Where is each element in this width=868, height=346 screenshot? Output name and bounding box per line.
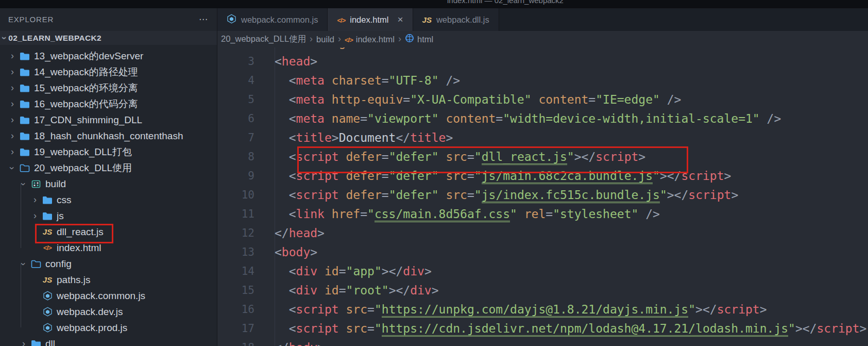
code-line-7[interactable]: 7 <title>Document</title> [217,128,868,147]
tree-item-paths.js[interactable]: JSpaths.js [0,272,217,288]
code-line-10[interactable]: 10 <script defer="defer" src="js/index.f… [217,186,868,205]
tab-label: webpack.common.js [241,15,318,25]
tree-item-16_webpack的代码分离[interactable]: ›16_webpack的代码分离 [0,96,217,112]
code-line-11[interactable]: 11 <link href="css/main.8d56af.css" rel=… [217,205,868,224]
tree-item-label: webpack.common.js [57,290,145,302]
breadcrumb-label: index.html [356,35,395,44]
code-line-18[interactable]: 18</body> [217,338,868,346]
tab-webpack.common.js[interactable]: webpack.common.js [217,8,328,31]
line-number: 12 [217,224,254,243]
tree-item-label: 13_webpack的devServer [34,50,143,63]
code-line-text: <meta name="viewport" content="width=dev… [254,109,781,128]
editor-area: webpack.common.js</>index.html×JSwebpack… [217,8,868,346]
tree-item-index.html[interactable]: </>index.html [0,240,217,256]
folder-icon [18,132,31,140]
folder-icon [18,148,31,156]
code-line-8[interactable]: 8 <script defer="defer" src="dll_react.j… [217,147,868,167]
window-title: index.html — 02_learn_webpack2 [447,0,564,5]
folder-open-icon [29,260,43,268]
js-icon: JS [41,275,54,284]
code-line-13[interactable]: 13<body> [217,243,868,262]
breadcrumb-item-build[interactable]: build [316,35,334,44]
code-line-2[interactable]: 2<html lang="en"> [217,47,868,52]
code-line-4[interactable]: 4 <meta charset="UTF-8" /> [217,71,868,90]
code-line-16[interactable]: 16 <script src="https://unpkg.com/dayjs@… [217,300,868,319]
chevron-right-icon: › [11,147,14,156]
folder-icon [18,100,31,108]
explorer-sidebar: EXPLORER ⋯ › 02_LEARN_WEBPACK2 ›13_webpa… [0,8,217,346]
code-line-15[interactable]: 15 <div id="root"></div> [217,281,868,300]
tree-item-label: webpack.prod.js [57,322,127,334]
code-line-5[interactable]: 5 <meta http-equiv="X-UA-Compatible" con… [217,90,868,109]
code-editor[interactable]: 2<html lang="en">3<head>4 <meta charset=… [217,47,868,346]
code-line-text: <body> [254,243,317,262]
tree-item-label: dll_react.js [57,226,104,238]
tree-item-18_hash_chunkhash_contenthash[interactable]: ›18_hash_chunkhash_contenthash [0,128,217,144]
line-number: 3 [217,52,254,71]
chevron-right-icon: › [22,339,25,346]
js-icon: JS [41,227,54,236]
tree-item-label: 18_hash_chunkhash_contenthash [34,130,183,142]
breadcrumb-item-index.html[interactable]: </>index.html [345,35,395,44]
code-line-text: <div id="root"></div> [254,281,439,300]
code-line-text: </head> [254,224,325,243]
breadcrumb-label: html [417,35,433,44]
code-line-9[interactable]: 9 <script defer="defer" src="js/main.68c… [217,167,868,186]
code-line-text: <html lang="en"> [254,47,389,52]
code-line-text: <meta charset="UTF-8" /> [254,71,460,90]
tree-item-15_webpack的环境分离[interactable]: ›15_webpack的环境分离 [0,80,217,96]
code-line-14[interactable]: 14 <div id="app"></div> [217,262,868,281]
line-number: 2 [217,47,254,52]
code-line-text: <head> [254,52,317,71]
html-icon: </> [337,15,345,25]
tree-item-css[interactable]: ›css [0,192,217,208]
code-line-12[interactable]: 12</head> [217,224,868,243]
code-line-3[interactable]: 3<head> [217,52,868,71]
code-line-text: <meta http-equiv="X-UA-Compatible" conte… [254,90,681,109]
webpack-icon [41,323,54,333]
line-number: 15 [217,281,254,300]
chevron-right-icon: › [33,195,37,204]
tree-item-14_webpack的路径处理[interactable]: ›14_webpack的路径处理 [0,64,217,80]
breadcrumb: 20_webpack_DLL使用›build›</>index.html›htm… [217,31,868,47]
breadcrumb-item-20_webpack_DLL使用[interactable]: 20_webpack_DLL使用 [221,34,306,45]
tree-item-dll_react.js[interactable]: JSdll_react.js [0,224,217,240]
tree-item-js[interactable]: ›js [0,208,217,224]
file-tree: ›13_webpack的devServer›14_webpack的路径处理›15… [0,48,217,346]
tree-item-webpack.prod.js[interactable]: webpack.prod.js [0,320,217,336]
tab-label: index.html [350,15,388,25]
line-number: 11 [217,205,254,224]
tree-item-webpack.dev.js[interactable]: webpack.dev.js [0,304,217,320]
tree-item-13_webpack的devServer[interactable]: ›13_webpack的devServer [0,48,217,64]
tree-item-label: config [45,258,72,270]
breadcrumb-separator: › [310,34,313,44]
tab-webpack.dll.js[interactable]: JSwebpack.dll.js [413,8,499,31]
webpack-icon [41,291,54,301]
tree-item-19_webpack_DLL打包[interactable]: ›19_webpack_DLL打包 [0,144,217,160]
code-line-text: <script defer="defer" src="js/main.68c2c… [254,167,731,186]
close-icon[interactable]: × [397,14,403,25]
indent-guide [21,184,21,248]
more-actions-icon[interactable]: ⋯ [199,14,209,25]
breadcrumb-item-html[interactable]: html [405,34,433,45]
tree-item-17_CDN_shimming_DLL[interactable]: ›17_CDN_shimming_DLL [0,112,217,128]
tree-item-label: 17_CDN_shimming_DLL [34,114,142,126]
code-line-6[interactable]: 6 <meta name="viewport" content="width=d… [217,109,868,128]
tree-item-label: 19_webpack_DLL打包 [34,145,132,159]
tree-item-dll[interactable]: ›dll [0,336,217,346]
folder-build-icon [29,180,43,188]
tree-item-label: 20_webpack_DLL使用 [34,161,132,175]
tree-item-label: paths.js [57,274,90,286]
tree-item-config[interactable]: ›config [0,256,217,272]
project-root-row[interactable]: › 02_LEARN_WEBPACK2 [0,31,217,45]
tree-item-label: 15_webpack的环境分离 [34,81,138,95]
chevron-down-icon: › [8,167,17,170]
breadcrumb-label: build [316,35,334,44]
code-line-text: <title>Document</title> [254,128,453,147]
tree-item-webpack.common.js[interactable]: webpack.common.js [0,288,217,304]
tree-item-20_webpack_DLL使用[interactable]: ›20_webpack_DLL使用 [0,160,217,176]
tab-index.html[interactable]: </>index.html× [328,8,413,31]
code-line-17[interactable]: 17 <script src="https://cdn.jsdelivr.net… [217,319,868,338]
code-content: 2<html lang="en">3<head>4 <meta charset=… [217,47,868,346]
tree-item-build[interactable]: ›build [0,176,217,192]
